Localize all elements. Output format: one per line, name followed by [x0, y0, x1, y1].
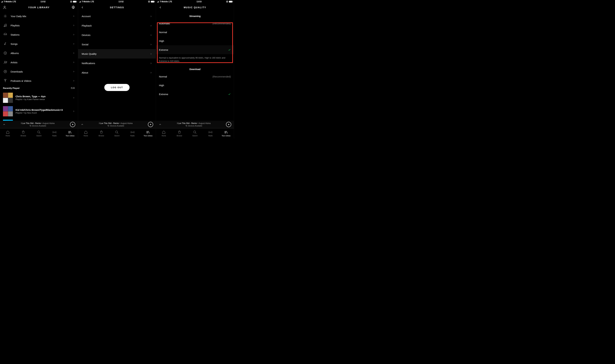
browse-icon: [99, 130, 103, 134]
signal-icon: [157, 1, 159, 2]
artist-icon: [3, 61, 7, 64]
tab-browse[interactable]: Browse: [172, 129, 187, 139]
search-icon: [37, 130, 41, 134]
tab-browse[interactable]: Browse: [15, 129, 31, 139]
recent-item[interactable]: Chris Brown, Tyga — Ayo Playlist • by Ka…: [0, 91, 78, 104]
library-panel: T-Mobile LTE 13:52 YOUR LIBRARY Your Dai…: [0, 0, 78, 139]
recent-header: Recently Played Edit: [0, 85, 78, 91]
chevron-up-icon[interactable]: [3, 123, 6, 126]
back-button[interactable]: [81, 6, 84, 9]
back-button[interactable]: [159, 6, 162, 9]
svg-point-13: [54, 132, 55, 132]
download-icon: [3, 70, 7, 73]
radio-tab-icon: [209, 130, 212, 134]
settings-notifications[interactable]: Notifications: [78, 59, 156, 68]
svg-point-3: [5, 15, 6, 17]
profile-button[interactable]: [3, 5, 7, 9]
quality-extreme[interactable]: Extreme: [156, 45, 234, 54]
quality-normal[interactable]: Normal: [156, 28, 234, 37]
devices-available[interactable]: Devices Available: [162, 125, 226, 127]
download-extreme[interactable]: Extreme: [156, 90, 234, 99]
recent-item[interactable]: Don't Wanna Know Album • by Maroon 5: [0, 118, 78, 121]
settings-social[interactable]: Social: [78, 40, 156, 49]
settings-label: Notifications: [82, 62, 150, 65]
tab-home[interactable]: Home: [156, 129, 172, 139]
tab-library[interactable]: Your Library: [218, 129, 234, 139]
nav-daily-mix[interactable]: Your Daily Mix: [0, 12, 78, 21]
settings-music-quality[interactable]: Music Quality: [78, 49, 156, 59]
settings-account[interactable]: Account: [78, 12, 156, 21]
tab-browse[interactable]: Browse: [94, 129, 109, 139]
logout-button[interactable]: LOG OUT: [104, 84, 130, 91]
battery-icon: [73, 1, 77, 2]
chevron-right-icon: [73, 24, 75, 26]
tab-home[interactable]: Home: [0, 129, 15, 139]
chevron-right-icon: [150, 25, 152, 27]
download-header: Download: [156, 65, 234, 72]
devices-available[interactable]: Devices Available: [6, 125, 70, 127]
network-label: LTE: [90, 0, 94, 3]
clock: 13:52: [41, 0, 46, 3]
svg-point-9: [5, 80, 6, 81]
nav-albums[interactable]: Albums: [0, 49, 78, 58]
edit-button[interactable]: Edit: [71, 87, 75, 89]
nav-playlists[interactable]: Playlists: [0, 21, 78, 30]
quality-label: Extreme: [159, 49, 228, 51]
settings-button[interactable]: [71, 5, 75, 9]
nav-songs[interactable]: Songs: [0, 39, 78, 49]
status-bar: T-Mobile LTE 13:52: [78, 0, 156, 3]
recommended-label: (Recommended): [212, 75, 231, 78]
download-high[interactable]: High: [156, 81, 234, 90]
tab-search[interactable]: Search: [31, 129, 47, 139]
settings-devices[interactable]: Devices: [78, 30, 156, 40]
quality-automatic[interactable]: Automatic (Recommended): [156, 19, 234, 28]
devices-icon: [107, 125, 109, 127]
tab-radio[interactable]: Radio: [47, 129, 62, 139]
library-icon: [68, 130, 72, 134]
play-icon: [72, 123, 74, 125]
now-playing-bar[interactable]: I Luv This Shit - Remix • August Alsina …: [78, 121, 156, 128]
devices-available[interactable]: Devices Available: [84, 125, 148, 127]
streaming-header: Streaming: [156, 12, 234, 19]
nav-stations[interactable]: Stations: [0, 30, 78, 39]
chevron-up-icon[interactable]: [81, 123, 84, 126]
tab-library[interactable]: Your Library: [140, 129, 156, 139]
now-playing-bar[interactable]: I Luv This Shit - Remix • August Alsina …: [0, 121, 78, 128]
home-icon: [84, 130, 88, 134]
tab-bar: Home Browse Search Radio Your Library: [78, 128, 156, 139]
tab-home[interactable]: Home: [78, 129, 94, 139]
nav-podcasts[interactable]: Podcasts & Videos: [0, 76, 78, 85]
page-title: MUSIC QUALITY: [184, 6, 206, 9]
browse-icon: [21, 130, 25, 134]
play-button[interactable]: [70, 122, 75, 127]
chevron-up-icon[interactable]: [159, 123, 162, 126]
tab-radio[interactable]: Radio: [125, 129, 140, 139]
recent-subtitle: Playlist • by Nico Koch: [15, 112, 73, 114]
nav-artists[interactable]: Artists: [0, 58, 78, 67]
quality-high[interactable]: High: [156, 37, 234, 45]
tab-search[interactable]: Search: [187, 129, 203, 139]
settings-playback[interactable]: Playback: [78, 21, 156, 30]
tab-radio[interactable]: Radio: [203, 129, 218, 139]
radio-icon: [3, 33, 7, 37]
nav-label: Albums: [11, 52, 73, 54]
now-playing-bar[interactable]: I Luv This Shit - Remix • August Alsina …: [156, 121, 234, 128]
tab-search[interactable]: Search: [109, 129, 125, 139]
recent-item[interactable]: Kid Ink/Chris Brown/Tyga/Blackmusic<3 Pl…: [0, 104, 78, 118]
devices-icon: [29, 125, 31, 127]
play-button[interactable]: [226, 122, 231, 127]
status-bar: T-Mobile LTE 13:53: [156, 0, 234, 3]
download-normal[interactable]: Normal (Recommended): [156, 72, 234, 81]
devices-icon: [185, 125, 187, 127]
chevron-right-icon: [150, 62, 152, 65]
chevron-right-icon: [73, 15, 75, 17]
chevron-right-icon: [73, 110, 75, 112]
nav-downloads[interactable]: Downloads: [0, 67, 78, 76]
chevron-right-icon: [150, 72, 152, 74]
song-icon: [3, 42, 7, 46]
chevron-right-icon: [150, 34, 152, 36]
play-button[interactable]: [148, 122, 153, 127]
tab-library[interactable]: Your Library: [62, 129, 78, 139]
settings-about[interactable]: About: [78, 68, 156, 77]
settings-label: Account: [82, 15, 150, 18]
